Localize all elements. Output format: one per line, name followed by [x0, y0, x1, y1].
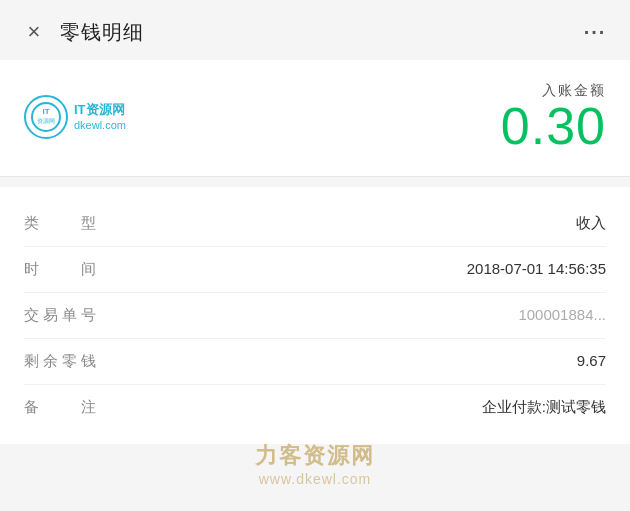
detail-row-time: 时 间 2018-07-01 14:56:35 — [24, 247, 606, 293]
detail-value-type: 收入 — [576, 214, 606, 233]
detail-label-note: 备 注 — [24, 398, 104, 417]
close-button[interactable]: × — [20, 18, 48, 46]
detail-row-note: 备 注 企业付款:测试零钱 — [24, 385, 606, 430]
svg-text:IT: IT — [42, 107, 49, 116]
detail-row-type: 类 型 收入 — [24, 201, 606, 247]
detail-label-txid: 交易单号 — [24, 306, 104, 325]
logo-main-text: IT资源网 — [74, 102, 126, 119]
app-container: × 零钱明细 ··· IT 资源网 IT资源网 dkewl.com — [0, 0, 630, 511]
header-left: × 零钱明细 — [20, 18, 144, 46]
detail-row-balance: 剩余零钱 9.67 — [24, 339, 606, 385]
close-icon: × — [28, 21, 41, 43]
amount-value: 0.30 — [501, 100, 606, 152]
logo-area: IT 资源网 IT资源网 dkewl.com — [24, 95, 126, 139]
svg-text:资源网: 资源网 — [37, 118, 55, 124]
detail-value-txid: 100001884... — [518, 306, 606, 323]
transaction-top: IT 资源网 IT资源网 dkewl.com 入账金额 0.30 — [24, 82, 606, 152]
detail-label-type: 类 型 — [24, 214, 104, 233]
detail-label-time: 时 间 — [24, 260, 104, 279]
detail-value-note: 企业付款:测试零钱 — [482, 398, 606, 417]
more-button[interactable]: ··· — [580, 18, 610, 46]
logo-sub-text: dkewl.com — [74, 119, 126, 132]
more-icon: ··· — [584, 21, 607, 44]
page-title: 零钱明细 — [60, 19, 144, 46]
details-section: 类 型 收入 时 间 2018-07-01 14:56:35 交易单号 1000… — [0, 187, 630, 444]
header: × 零钱明细 ··· — [0, 0, 630, 60]
detail-value-balance: 9.67 — [577, 352, 606, 369]
detail-label-balance: 剩余零钱 — [24, 352, 104, 371]
detail-row-txid: 交易单号 100001884... — [24, 293, 606, 339]
logo-circle: IT 资源网 — [24, 95, 68, 139]
transaction-card: IT 资源网 IT资源网 dkewl.com 入账金额 0.30 — [0, 60, 630, 177]
logo-text-area: IT资源网 dkewl.com — [74, 102, 126, 132]
logo-icon: IT 资源网 — [30, 101, 62, 133]
detail-value-time: 2018-07-01 14:56:35 — [467, 260, 606, 277]
amount-area: 入账金额 0.30 — [501, 82, 606, 152]
